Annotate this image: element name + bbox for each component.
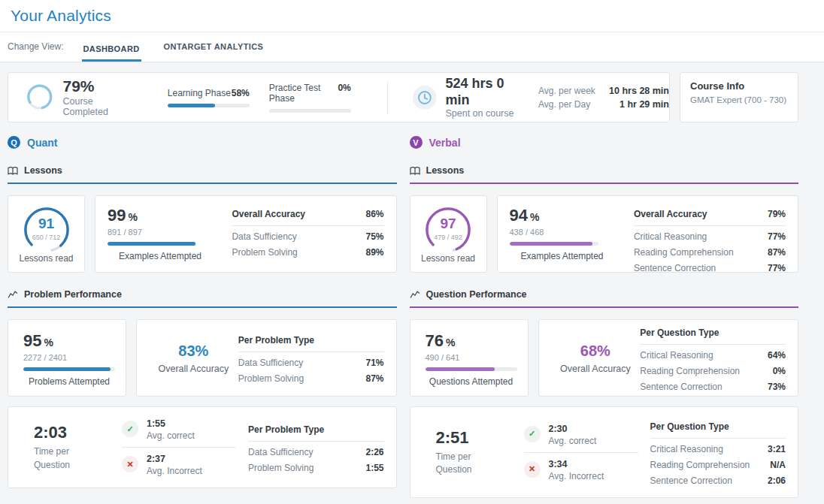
course-progress-ring-icon <box>26 83 53 111</box>
practice-phase-percent: 0% <box>338 83 350 104</box>
quant-timing-per-type-list: Per Problem Type Data Sufficiency2:26 Pr… <box>248 421 384 473</box>
quant-lessons-read-value: 91 <box>23 216 71 232</box>
change-view-label: Change View: <box>8 41 64 62</box>
check-icon: ✓ <box>524 426 541 442</box>
verbal-lessons-read-value: 97 <box>424 216 472 232</box>
book-icon <box>8 166 18 176</box>
verbal-time-per-question-label: Time per Question <box>436 451 490 477</box>
verbal-section-title: Verbal <box>429 137 461 149</box>
verbal-attempted-card: 76% 490 / 641 Questions Attempted <box>410 319 529 397</box>
avg-times-divider <box>122 447 236 448</box>
verbal-attempted-fraction: 490 / 641 <box>426 353 528 362</box>
verbal-timing-card: 2:51 Time per Question ✓ 2:30Avg. correc… <box>410 406 799 498</box>
quant-attempted-bar <box>23 367 115 371</box>
quant-time-per-question-value: 2:03 <box>34 423 122 442</box>
tab-dashboard[interactable]: DASHBOARD <box>82 44 141 62</box>
view-tabbar: Change View: DASHBOARD ONTARGET ANALYTIC… <box>0 32 824 62</box>
summary-row: 79% Course Completed Learning Phase 58% … <box>8 72 798 122</box>
verbal-overall-accuracy-value: 68% <box>551 343 641 360</box>
cross-icon: ✕ <box>524 461 541 478</box>
chart-icon <box>410 290 420 299</box>
avg-per-day-row: Avg. per Day 1 hr 29 min <box>538 99 669 110</box>
quant-attempted-fraction: 2272 / 2401 <box>23 353 126 362</box>
verbal-examples-card: 94% 438 / 468 Examples Attempted Overall… <box>497 195 799 273</box>
quant-avg-correct: ✓ 1:55Avg. correct <box>122 418 248 441</box>
quant-overall-accuracy-card: 83% Overall Accuracy Per Problem Type Da… <box>136 319 397 397</box>
verbal-overall-accuracy-label: Overall Accuracy <box>551 364 641 374</box>
verbal-per-type-row: Reading Comprehension0% <box>640 366 786 376</box>
avg-per-day-label: Avg. per Day <box>538 99 604 110</box>
page-title: Your Analytics <box>11 7 812 25</box>
learning-phase-percent: 58% <box>232 88 250 98</box>
verbal-accuracy-row: Critical Reasoning77% <box>634 231 786 242</box>
quant-avg-times-block: ✓ 1:55Avg. correct ✕ 2:37Avg. Incorrect <box>122 418 248 476</box>
quant-lessons-read-card: 91 650 / 712 Lessons read <box>8 195 85 273</box>
quant-lessons-read-fraction: 650 / 712 <box>23 234 71 241</box>
quant-attempted-percent: 95% <box>23 331 126 351</box>
verbal-lessons-read-label: Lessons read <box>421 253 475 264</box>
verbal-avg-times-block: ✓ 2:30Avg. correct ✕ 3:34Avg. Incorrect <box>524 424 650 481</box>
verbal-attempted-bar <box>426 367 517 371</box>
quant-badge-icon: Q <box>8 136 20 149</box>
course-progress-card: 79% Course Completed Learning Phase 58% … <box>8 72 670 122</box>
dashboard-content: 79% Course Completed Learning Phase 58% … <box>0 62 824 498</box>
verbal-per-type-row: Sentence Correction73% <box>640 382 786 392</box>
avg-per-week-label: Avg. per week <box>538 86 604 96</box>
time-averages-block: Avg. per week 10 hrs 28 min Avg. per Day… <box>538 83 669 113</box>
avg-per-day-value: 1 hr 29 min <box>604 99 669 110</box>
quant-section-title: Quant <box>27 137 57 149</box>
avg-per-week-row: Avg. per week 10 hrs 28 min <box>538 86 669 96</box>
quant-accuracy-row: Data Sufficiency75% <box>232 231 383 242</box>
quant-avg-incorrect: ✕ 2:37Avg. Incorrect <box>122 454 248 476</box>
verbal-lessons-read-card: 97 479 / 492 Lessons read <box>410 195 487 273</box>
practice-phase-label: Practice Test Phase <box>269 83 338 104</box>
verbal-timing-per-type-row: Critical Reasoning3:21 <box>650 444 786 454</box>
quant-accuracy-header: Overall Accuracy86% <box>232 209 383 226</box>
clock-icon <box>413 85 437 110</box>
quant-per-type-row: Data Sufficiency71% <box>238 358 384 368</box>
book-icon <box>410 166 420 176</box>
page-header: Your Analytics <box>0 0 824 32</box>
quant-accuracy-row: Problem Solving89% <box>232 247 383 258</box>
course-completed-percent: 79% <box>62 77 135 95</box>
quant-per-type-header: Per Problem Type <box>238 335 384 352</box>
verbal-avg-incorrect: ✕ 3:34Avg. Incorrect <box>524 459 650 481</box>
quant-per-type-list: Per Problem Type Data Sufficiency71% Pro… <box>238 332 384 384</box>
verbal-attempted-label: Questions Attempted <box>426 376 517 387</box>
quant-performance-row: 95% 2272 / 2401 Problems Attempted 83% O… <box>8 319 397 397</box>
avg-times-divider <box>524 452 638 453</box>
practice-phase-bar <box>269 109 351 113</box>
quant-timing-card: 2:03 Time per Question ✓ 1:55Avg. correc… <box>8 406 397 488</box>
quant-examples-label: Examples Attempted <box>108 251 213 261</box>
verbal-examples-percent: 94% <box>510 206 634 225</box>
verbal-per-type-header: Per Question Type <box>640 327 786 345</box>
verbal-accuracy-header: Overall Accuracy79% <box>634 209 786 226</box>
verbal-accuracy-row: Sentence Correction77% <box>634 263 786 273</box>
check-icon: ✓ <box>122 421 138 437</box>
quant-attempted-label: Problems Attempted <box>23 376 115 387</box>
quant-examples-percent: 99% <box>108 206 232 225</box>
course-info-name: GMAT Expert (700 - 730) <box>690 95 788 104</box>
quant-lessons-heading: Lessons <box>8 165 397 184</box>
verbal-time-per-question-value: 2:51 <box>436 428 524 448</box>
cross-icon: ✕ <box>122 456 138 472</box>
verbal-section-header: V Verbal <box>410 136 799 149</box>
quant-time-per-question-label: Time per Question <box>34 445 88 472</box>
quant-lessons-row: 91 650 / 712 Lessons read 99% 891 / 897 … <box>8 195 397 273</box>
time-spent-label: Spent on course <box>445 108 526 119</box>
tab-ontarget-analytics[interactable]: ONTARGET ANALYTICS <box>162 42 265 62</box>
course-info-title: Course Info <box>690 80 788 92</box>
course-info-card: Course Info GMAT Expert (700 - 730) <box>680 72 798 122</box>
quant-accuracy-list: Overall Accuracy86% Data Sufficiency75% … <box>232 206 383 272</box>
chart-icon <box>8 290 18 299</box>
verbal-avg-correct: ✓ 2:30Avg. correct <box>524 424 650 446</box>
verbal-lessons-read-fraction: 479 / 492 <box>424 234 472 241</box>
verbal-lessons-row: 97 479 / 492 Lessons read 94% 438 / 468 … <box>410 195 799 273</box>
verbal-examples-bar <box>510 242 598 246</box>
summary-divider <box>387 81 388 114</box>
verbal-section: V Verbal Lessons 97 <box>410 134 799 498</box>
quant-overall-accuracy-label: Overall Accuracy <box>149 364 238 374</box>
verbal-attempted-percent: 76% <box>426 331 528 351</box>
verbal-examples-label: Examples Attempted <box>510 251 615 261</box>
verbal-lessons-heading: Lessons <box>410 165 799 184</box>
